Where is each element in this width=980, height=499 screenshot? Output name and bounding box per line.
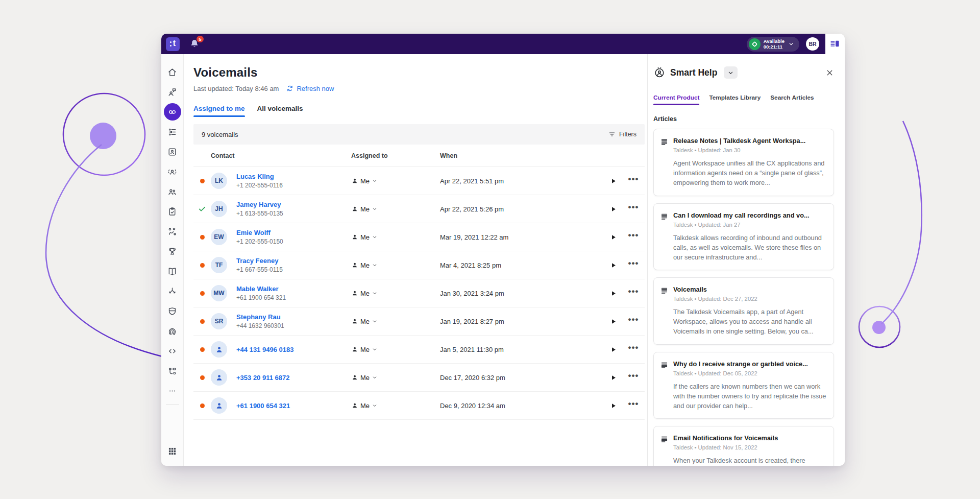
play-button[interactable] [609,233,617,241]
play-button[interactable] [609,290,617,297]
contact-name-link[interactable]: +61 1900 654 321 [236,402,351,410]
person-icon [351,205,358,212]
filters-button[interactable]: Filters [608,130,636,138]
status-label: Available [764,38,785,44]
assigned-to-dropdown[interactable]: Me [351,346,440,353]
assigned-to-dropdown[interactable]: Me [351,177,440,185]
more-options-button[interactable]: ••• [628,315,639,328]
help-tab-templates-library[interactable]: Templates Library [709,94,761,105]
code-icon [167,346,178,357]
list-toggles-icon [167,127,178,137]
sidebar-item-home[interactable] [164,63,181,81]
article-card[interactable]: Why do I receive strange or garbled voic… [653,352,834,419]
chevron-down-icon [372,178,378,184]
sidebar-item-activities[interactable] [164,123,181,140]
smart-help-collapse-button[interactable] [724,66,738,79]
unread-dot-icon [200,179,205,183]
more-options-button[interactable]: ••• [628,371,639,384]
refresh-now-button[interactable]: Refresh now [286,84,334,92]
talkdesk-logo[interactable]: t [166,37,180,51]
voicemail-count: 9 voicemails [202,131,238,138]
page-title: Voicemails [193,65,645,80]
article-card[interactable]: VoicemailsTaldesk • Updated: Dec 27, 202… [653,277,834,345]
contact-name-link[interactable]: Tracy Feeney [236,257,351,265]
sidebar-item-performance[interactable] [164,243,181,260]
filters-label: Filters [619,131,636,138]
play-button[interactable] [609,205,617,213]
smart-help-close-button[interactable] [825,68,834,77]
help-tab-current-product[interactable]: Current Product [653,94,699,105]
sidebar-item-apps[interactable] [164,442,181,460]
more-options-button[interactable]: ••• [628,258,639,272]
more-options-button[interactable]: ••• [628,287,639,300]
sidebar-item-contacts[interactable] [164,143,181,160]
contact-name-link[interactable]: Lucas Kling [236,173,351,180]
sidebar-item-teams[interactable] [164,183,181,200]
sidebar-item-automations[interactable] [164,362,181,379]
article-card[interactable]: Release Notes | Talkdesk Agent Workspa..… [653,129,834,196]
assigned-to-dropdown[interactable]: Me [351,262,440,269]
sidebar-item-engagement[interactable] [164,223,181,240]
status-available-icon [749,38,761,50]
article-meta: Taldesk • Updated: Jan 27 [673,222,826,228]
sidebar-item-routing[interactable] [164,282,181,300]
contact-name-link[interactable]: +353 20 911 6872 [236,374,351,382]
contact-name-link[interactable]: +44 131 9496 0183 [236,346,351,353]
agent-status-selector[interactable]: Available 00:21:11 [747,37,799,52]
assigned-to-dropdown[interactable]: Me [351,205,440,213]
voicemail-row: +61 1900 654 321MeDec 9, 2020 12:34 am••… [193,392,645,420]
contact-avatar: EW [211,229,227,245]
more-options-button[interactable]: ••• [628,399,639,412]
play-button[interactable] [609,318,617,325]
more-options-button[interactable]: ••• [628,202,639,216]
sidebar-item-tasks[interactable] [164,203,181,220]
assigned-to-value: Me [360,318,370,325]
article-card[interactable]: Email Notifications for VoicemailsTaldes… [653,426,834,466]
sidebar-item-developer[interactable] [164,342,181,360]
assigned-to-dropdown[interactable]: Me [351,402,440,410]
conversation-panel-toggle-icon[interactable] [829,38,841,50]
article-snippet: When your Talkdesk account is created, t… [673,456,805,465]
status-timer: 00:21:11 [764,44,785,50]
sidebar-item-agent-assist[interactable] [164,163,181,180]
assigned-to-dropdown[interactable]: Me [351,374,440,382]
help-tab-search-articles[interactable]: Search Articles [770,94,814,105]
column-when: When [440,152,604,159]
contact-name-link[interactable]: Jamey Harvey [236,201,351,208]
sidebar-item-conversations[interactable] [164,83,181,101]
assigned-to-dropdown[interactable]: Me [351,233,440,241]
contact-name-link[interactable]: Emie Wolff [236,229,351,236]
article-snippet: Talkdesk allows recording of inbound and… [673,233,826,263]
play-button[interactable] [609,177,617,185]
play-button[interactable] [609,374,617,382]
contact-avatar: SR [211,313,227,329]
play-button[interactable] [609,262,617,269]
play-button[interactable] [609,346,617,353]
article-icon [660,287,668,337]
chevron-down-icon [372,234,378,240]
contact-name-link[interactable]: Stephany Rau [236,313,351,321]
smart-help-panel: Smart Help Current ProductTemplates Libr… [647,54,845,466]
contact-phone: +1 667-555-0115 [236,266,351,273]
sidebar-item-more[interactable] [164,382,181,399]
voicemail-row: SRStephany Rau+44 1632 960301MeJan 19, 2… [193,307,645,336]
user-avatar[interactable]: BR [806,37,819,51]
contact-name-link[interactable]: Mable Walker [236,285,351,293]
tab-assigned-to-me[interactable]: Assigned to me [193,105,245,117]
sidebar-item-security[interactable] [164,302,181,320]
notifications-button[interactable]: 5 [188,38,201,50]
more-options-button[interactable]: ••• [628,343,639,356]
assigned-to-dropdown[interactable]: Me [351,318,440,325]
play-button[interactable] [609,402,617,410]
more-options-button[interactable]: ••• [628,174,639,187]
right-arc [881,121,922,324]
voicemail-row: EWEmie Wolff+1 202-555-0150MeMar 19, 202… [193,223,645,251]
article-card[interactable]: Can I download my call recordings and vo… [653,203,834,271]
sidebar-item-identity[interactable] [164,322,181,340]
sidebar-item-voicemails[interactable] [164,103,181,121]
assigned-to-dropdown[interactable]: Me [351,290,440,297]
contact-avatar [211,397,227,414]
tab-all-voicemails[interactable]: All voicemails [257,105,303,117]
more-options-button[interactable]: ••• [628,230,639,244]
sidebar-item-knowledge[interactable] [164,263,181,280]
